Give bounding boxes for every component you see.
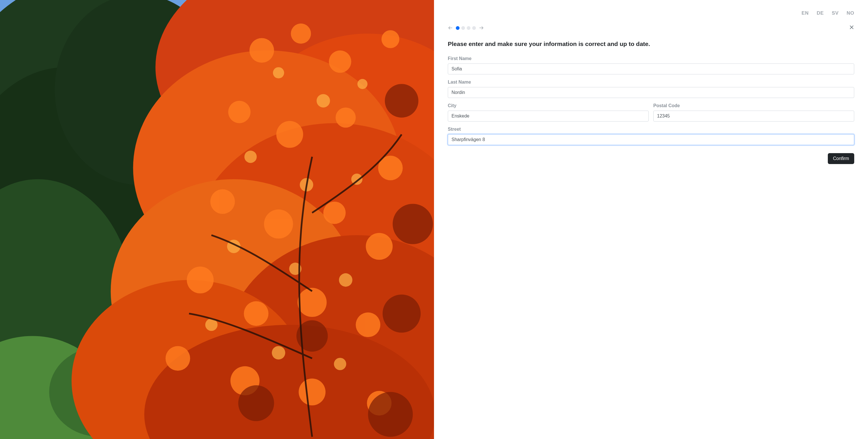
svg-point-28 (187, 267, 214, 294)
lang-de[interactable]: DE (817, 10, 824, 16)
svg-point-20 (228, 101, 251, 123)
svg-point-19 (381, 30, 399, 48)
stepper (448, 25, 484, 30)
lang-no[interactable]: NO (847, 10, 855, 16)
form-panel: EN DE SV NO Please enter and make sure y… (434, 0, 868, 439)
street-label: Street (448, 127, 854, 132)
svg-point-53 (238, 385, 274, 421)
step-dot-1[interactable] (456, 26, 460, 30)
svg-point-49 (393, 204, 433, 244)
arrow-right-icon[interactable] (479, 25, 484, 30)
svg-point-50 (383, 294, 421, 333)
svg-point-17 (291, 24, 311, 44)
last-name-input[interactable] (448, 87, 854, 98)
svg-point-41 (351, 174, 363, 185)
svg-point-39 (245, 150, 257, 163)
last-name-label: Last Name (448, 80, 854, 85)
svg-point-27 (366, 233, 393, 260)
svg-point-46 (272, 346, 285, 359)
lang-en[interactable]: EN (802, 10, 809, 16)
first-name-label: First Name (448, 56, 854, 61)
step-dot-3[interactable] (467, 26, 470, 30)
lang-sv[interactable]: SV (832, 10, 839, 16)
svg-point-48 (385, 84, 418, 118)
svg-point-21 (276, 121, 303, 148)
postal-code-label: Postal Code (653, 103, 854, 108)
svg-point-18 (329, 50, 351, 73)
svg-point-24 (210, 189, 235, 214)
step-dots (456, 26, 476, 30)
step-dot-2[interactable] (461, 26, 465, 30)
arrow-left-icon[interactable] (448, 25, 453, 30)
close-icon[interactable] (849, 25, 854, 31)
svg-point-30 (298, 288, 327, 317)
svg-point-22 (336, 108, 355, 127)
svg-point-37 (317, 94, 330, 108)
svg-point-47 (334, 358, 346, 370)
svg-point-51 (368, 392, 413, 437)
svg-point-38 (358, 79, 367, 89)
svg-point-36 (273, 67, 284, 79)
svg-point-16 (249, 38, 274, 63)
decorative-image (0, 0, 434, 439)
svg-point-44 (339, 273, 352, 287)
postal-code-input[interactable] (653, 111, 854, 121)
svg-point-32 (166, 346, 190, 371)
svg-point-25 (264, 209, 293, 238)
stepper-row (448, 25, 854, 31)
svg-point-26 (323, 202, 346, 224)
city-label: City (448, 103, 649, 108)
street-input[interactable] (448, 134, 854, 145)
form: First Name Last Name City Postal Code St… (448, 56, 854, 164)
step-dot-4[interactable] (472, 26, 476, 30)
confirm-button[interactable]: Confirm (828, 153, 854, 164)
svg-point-29 (244, 301, 269, 326)
svg-point-31 (355, 313, 380, 337)
first-name-input[interactable] (448, 63, 854, 75)
page-heading: Please enter and make sure your informat… (448, 40, 854, 48)
city-input[interactable] (448, 111, 649, 121)
language-switcher: EN DE SV NO (448, 10, 854, 16)
svg-point-34 (299, 379, 326, 406)
